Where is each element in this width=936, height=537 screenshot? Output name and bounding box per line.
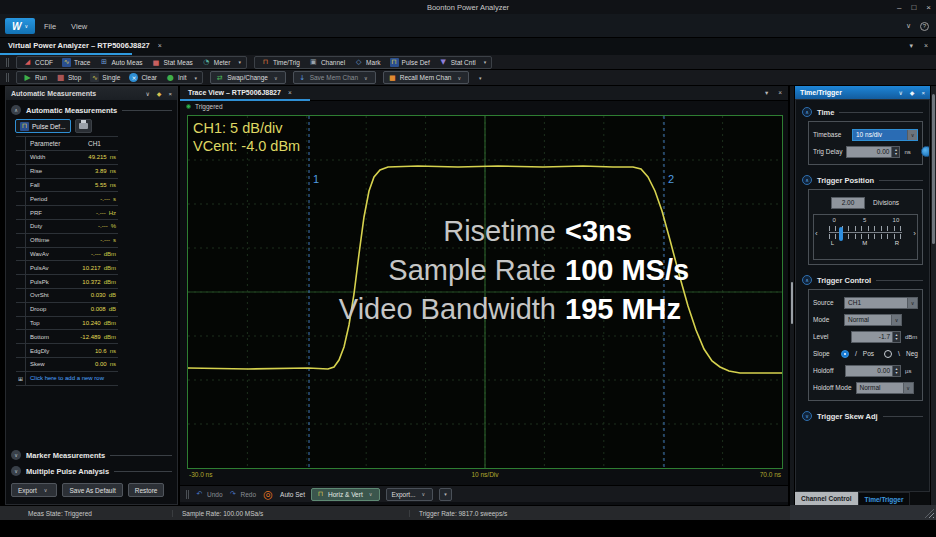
divisions-input[interactable]: 2.00	[831, 197, 865, 209]
meter-button[interactable]: ◔Meter	[198, 57, 235, 68]
actions-overflow-dropdown-icon[interactable]: ▾	[476, 75, 485, 81]
actions-group1-dropdown-icon[interactable]: ▾	[192, 75, 201, 81]
table-row[interactable]: Droop0.008dB	[16, 303, 118, 317]
stat-meas-button[interactable]: ▅Stat Meas	[148, 57, 197, 68]
menu-file[interactable]: File	[44, 22, 56, 31]
trigger-control-header[interactable]: ∧ Trigger Control	[802, 275, 923, 285]
panel-scrollbar[interactable]	[931, 86, 936, 505]
slider-left-arrow[interactable]: ‹	[815, 229, 818, 238]
panel-header[interactable]: Time/Trigger ∨ ◆ ×	[795, 86, 930, 99]
table-row[interactable]: Period-.---s	[16, 192, 118, 206]
views-group1-dropdown-icon[interactable]: ▾	[235, 59, 244, 65]
restore-icon[interactable]: □	[911, 3, 916, 12]
export-button[interactable]: Export∨	[11, 483, 57, 497]
scope-display[interactable]: 1 2 CH1: 5 dB/divVCent: -4.0 dBm Risetim…	[187, 115, 783, 469]
tab-list-dropdown-icon[interactable]: ▾	[909, 42, 913, 50]
add-row-link[interactable]: Click here to add a new row	[26, 375, 104, 381]
spinner[interactable]: ▴▾	[892, 332, 900, 342]
panel-collapse-icon[interactable]: ∨	[898, 89, 902, 96]
panel-splitter[interactable]	[790, 86, 794, 520]
auto-set-button[interactable]: Auto Set	[280, 491, 305, 498]
slope-pos-radio[interactable]	[841, 350, 849, 358]
table-row[interactable]: EdgDly10.6ns	[16, 344, 118, 358]
tab-time-trigger[interactable]: Time/Trigger	[858, 492, 911, 505]
table-row[interactable]: Fall5.55ns	[16, 179, 118, 193]
trig-delay-input[interactable]: 0.00 ▴▾	[846, 146, 900, 158]
collapse-circle-icon[interactable]: ∨	[11, 466, 21, 476]
restore-button[interactable]: Restore	[128, 483, 165, 497]
collapse-circle-icon[interactable]: ∧	[802, 275, 812, 285]
run-button[interactable]: ▶Run	[19, 72, 51, 83]
table-row[interactable]: Bottom-12.489dBm	[16, 330, 118, 344]
table-row[interactable]: WavAv-.---dBm	[16, 248, 118, 262]
time-section-header[interactable]: ∧ Time	[802, 107, 923, 117]
slider-handle[interactable]	[839, 227, 843, 241]
spinner[interactable]: ▴▾	[892, 366, 900, 376]
target-icon[interactable]: ◎	[262, 488, 274, 500]
print-button[interactable]	[75, 119, 92, 133]
table-row[interactable]: Offtime-.---s	[16, 234, 118, 248]
collapse-circle-icon[interactable]: ∧	[802, 107, 812, 117]
toolbar-grip[interactable]	[6, 58, 9, 67]
tab-close-icon[interactable]: ×	[158, 42, 162, 49]
table-row[interactable]: Rise3.89ns	[16, 165, 118, 179]
channel-button[interactable]: ▣Channel	[305, 57, 349, 68]
export-dropdown[interactable]: Export...∨	[386, 488, 433, 501]
trigger-position-slider[interactable]: 0 5 10 ‹ › L M R	[813, 214, 918, 260]
boonton-logo[interactable]: W ∨	[5, 18, 35, 34]
collapse-circle-icon[interactable]: ∨	[11, 450, 21, 460]
table-row[interactable]: PulsAv10.217dBm	[16, 261, 118, 275]
swap-change-dropdown[interactable]: ⇄Swap/Change∨	[210, 71, 286, 84]
multiple-pulse-analysis-header[interactable]: ∨ Multiple Pulse Analysis	[11, 466, 172, 476]
save-as-default-button[interactable]: Save As Default	[62, 483, 122, 497]
table-row[interactable]: Duty-.---%	[16, 220, 118, 234]
single-button[interactable]: ∿Single	[86, 72, 124, 83]
table-row[interactable]: OvrSht0.030dB	[16, 289, 118, 303]
clear-button[interactable]: ×Clear	[125, 72, 161, 83]
table-row[interactable]: Top10.240dBm	[16, 317, 118, 331]
source-select[interactable]: CH1∨	[844, 297, 918, 309]
time-trig-button[interactable]: ⊓Time/Trig	[257, 57, 304, 68]
close-icon[interactable]: ×	[926, 3, 931, 12]
tab-close-icon[interactable]: ×	[288, 89, 292, 96]
holdoff-input[interactable]: 0.00▴▾	[845, 365, 901, 377]
save-mem-chan-dropdown[interactable]: ↓Save Mem Chan∨	[293, 71, 376, 84]
panel-close-icon[interactable]: ×	[168, 91, 172, 97]
tab-row-close-icon[interactable]: ×	[924, 42, 928, 49]
ribbon-collapse-icon[interactable]: ∨	[906, 22, 911, 30]
table-row[interactable]: PRF-.---Hz	[16, 206, 118, 220]
views-group2-dropdown-icon[interactable]: ▾	[481, 59, 490, 65]
tab-virtual-power-analyzer[interactable]: Virtual Power Analyzer – RTP5006J8827 ×	[0, 38, 170, 53]
splitter-scroll-thumb[interactable]	[791, 282, 793, 324]
stop-button[interactable]: ■Stop	[52, 72, 85, 83]
collapse-circle-icon[interactable]: ∨	[802, 411, 812, 421]
auto-meas-button[interactable]: ⊞Auto Meas	[95, 57, 146, 68]
slider-right-arrow[interactable]: ›	[913, 229, 916, 238]
trig-delay-zero-button[interactable]	[921, 146, 930, 157]
horiz-vert-dropdown[interactable]: ⊓Horiz & Vert∨	[311, 488, 380, 501]
toolbar-grip[interactable]	[186, 490, 189, 499]
pulse-def-button[interactable]: ⊓ Pulse Def...	[15, 119, 71, 133]
minimize-icon[interactable]: –	[897, 3, 901, 12]
close-icon[interactable]: ×	[778, 89, 782, 96]
tab-channel-control[interactable]: Channel Control	[795, 492, 858, 505]
table-row[interactable]: Width49.215ns	[16, 151, 118, 165]
init-button[interactable]: ●Init	[162, 72, 191, 83]
panel-pin-icon[interactable]: ◆	[910, 89, 915, 96]
redo-button[interactable]: ↷Redo	[229, 490, 257, 499]
table-row[interactable]: Skew0.00ns	[16, 358, 118, 372]
mode-select[interactable]: Normal∨	[844, 314, 902, 326]
trace-button[interactable]: ∿Trace	[58, 57, 94, 68]
undo-button[interactable]: ↶Undo	[195, 490, 223, 499]
mark-button[interactable]: ◇Mark	[350, 57, 384, 68]
dropdown-icon[interactable]: ▾	[765, 89, 768, 97]
tab-trace-view[interactable]: Trace View – RTP5006J8827 ×	[180, 86, 300, 99]
table-row[interactable]: PulsPk10.372dBm	[16, 275, 118, 289]
trigger-skew-header[interactable]: ∨ Trigger Skew Adj	[802, 411, 923, 421]
stat-cntl-button[interactable]: ▼Stat Cntl	[435, 57, 480, 68]
marker-measurements-header[interactable]: ∨ Marker Measurements	[11, 450, 172, 460]
resize-grip[interactable]	[925, 509, 934, 518]
spinner[interactable]: ▴▾	[891, 147, 899, 157]
collapse-circle-icon[interactable]: ∧	[11, 105, 21, 115]
scroll-thumb[interactable]	[932, 94, 935, 244]
